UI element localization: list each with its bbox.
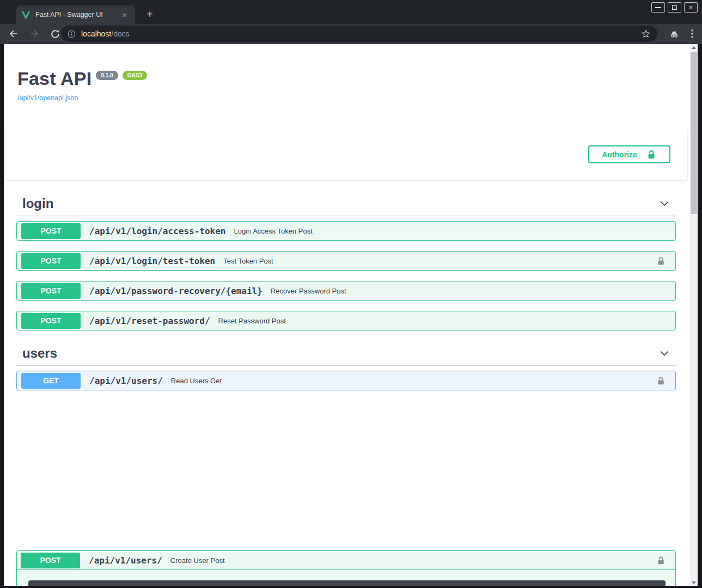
reload-icon: [50, 29, 60, 39]
section-title: login: [22, 196, 658, 211]
api-info: Fast API0.1.0OAS3: [17, 68, 147, 89]
url-host: localhost: [81, 29, 111, 38]
forward-button[interactable]: [27, 26, 41, 42]
incognito-icon: [668, 28, 680, 39]
page-scrollbar[interactable]: [690, 44, 698, 586]
method-badge: GET: [21, 373, 81, 389]
new-tab-button[interactable]: +: [143, 8, 157, 20]
back-icon: [8, 28, 19, 39]
operation-row[interactable]: POST /api/v1/reset-password/ Reset Passw…: [16, 311, 676, 330]
tab-title: Fast API - Swagger UI: [35, 11, 119, 19]
forward-icon: [29, 28, 40, 39]
browser-toolbar: localhost/docs: [0, 24, 702, 44]
url-path: /docs: [111, 29, 129, 38]
url-bar[interactable]: localhost/docs: [61, 26, 657, 42]
window-controls: ×: [651, 2, 698, 13]
browser-titlebar: Fast API - Swagger UI × + ×: [0, 0, 702, 24]
method-badge: POST: [21, 553, 80, 568]
operation-description-bar: Create new user: [28, 580, 666, 586]
minimize-icon: [655, 7, 661, 8]
auth-lock-button[interactable]: [656, 555, 666, 566]
url-text[interactable]: localhost/docs: [81, 29, 641, 38]
section-users: users GET /api/v1/users/ Read Users Get: [16, 341, 676, 401]
method-badge: POST: [21, 283, 81, 299]
bookmark-star-icon[interactable]: [641, 29, 651, 39]
operation-row[interactable]: GET /api/v1/users/ Read Users Get: [16, 371, 676, 390]
section-login-header[interactable]: login: [16, 191, 676, 216]
tab-close-icon[interactable]: ×: [119, 10, 130, 20]
section-users-header[interactable]: users: [16, 341, 676, 366]
minimize-button[interactable]: [651, 2, 665, 13]
operation-path: /api/v1/login/access-token: [89, 226, 225, 236]
auth-lock-button[interactable]: [656, 256, 666, 266]
unlocked-padlock-icon: [656, 376, 666, 386]
scroll-down-arrow[interactable]: [690, 579, 698, 586]
auth-lock-button[interactable]: [656, 376, 666, 386]
operation-expanded: POST /api/v1/users/ Create User Post Cre…: [16, 550, 676, 586]
operation-path: /api/v1/reset-password/: [89, 316, 210, 326]
scheme-container: Authorize: [6, 129, 687, 180]
operation-summary: Reset Password Post: [218, 317, 670, 325]
browser-window: Fast API - Swagger UI × + ×: [0, 0, 702, 588]
operation-row[interactable]: POST /api/v1/login/test-token Test Token…: [16, 251, 676, 271]
maximize-button[interactable]: [668, 2, 681, 13]
operation-row[interactable]: POST /api/v1/password-recovery/{email} R…: [16, 281, 676, 301]
maximize-icon: [672, 5, 677, 10]
scroll-up-arrow[interactable]: [690, 44, 698, 51]
operation-row[interactable]: POST /api/v1/users/ Create User Post: [17, 551, 675, 570]
operation-summary: Login Access Token Post: [234, 227, 670, 235]
section-title: users: [22, 346, 658, 361]
scrollbar-thumb[interactable]: [691, 52, 697, 214]
version-badge: 0.1.0: [96, 71, 118, 80]
menu-dots-icon[interactable]: [688, 29, 697, 39]
operation-summary: Test Token Post: [223, 257, 656, 265]
oas3-badge: OAS3: [123, 71, 147, 80]
method-badge: POST: [21, 313, 81, 329]
operation-path: /api/v1/users/: [89, 376, 163, 386]
chevron-down-icon[interactable]: [658, 198, 670, 210]
authorize-label: Authorize: [602, 150, 637, 159]
unlocked-padlock-icon: [656, 555, 666, 566]
operation-row[interactable]: POST /api/v1/login/access-token Login Ac…: [16, 221, 676, 241]
page-info-icon[interactable]: [68, 30, 76, 38]
chevron-down-icon[interactable]: [658, 347, 670, 359]
openapi-spec-link[interactable]: /api/v1/openapi.json: [17, 94, 78, 102]
page-content: Fast API0.1.0OAS3 /api/v1/openapi.json A…: [4, 44, 698, 586]
operation-summary: Create User Post: [170, 556, 656, 565]
section-login: login POST /api/v1/login/access-token Lo…: [16, 191, 676, 341]
unlocked-padlock-icon: [646, 149, 657, 160]
method-badge: POST: [21, 253, 81, 269]
close-button[interactable]: ×: [684, 2, 698, 13]
method-badge: POST: [21, 223, 81, 239]
operation-path: /api/v1/password-recovery/{email}: [89, 286, 263, 296]
unlocked-padlock-icon: [656, 256, 666, 266]
authorize-button[interactable]: Authorize: [588, 145, 670, 163]
back-button[interactable]: [7, 26, 21, 42]
operation-summary: Read Users Get: [171, 377, 656, 385]
browser-tab[interactable]: Fast API - Swagger UI ×: [16, 5, 135, 24]
favicon-icon: [22, 11, 30, 19]
operation-path: /api/v1/login/test-token: [89, 256, 215, 266]
operation-summary: Recover Password Post: [271, 287, 670, 295]
page-title: Fast API: [17, 68, 91, 89]
reload-button[interactable]: [48, 26, 62, 42]
operation-path: /api/v1/users/: [89, 555, 162, 566]
